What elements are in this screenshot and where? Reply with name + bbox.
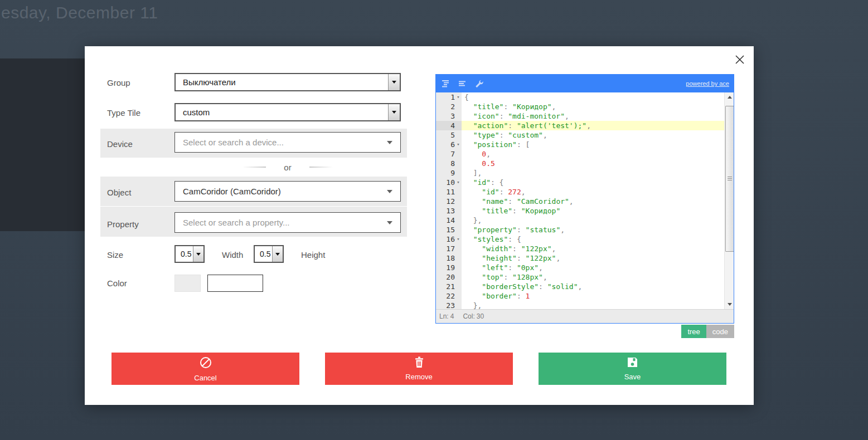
gutter-line-number: 23 bbox=[436, 301, 462, 309]
type-tile-select[interactable]: custom bbox=[174, 103, 401, 121]
compact-icon[interactable] bbox=[457, 79, 467, 89]
device-select-placeholder: Select or search a device... bbox=[175, 138, 387, 147]
scroll-down-icon[interactable] bbox=[725, 300, 734, 309]
type-tile-select-value: custom bbox=[176, 104, 388, 120]
size-width-value: 0.5 bbox=[176, 246, 193, 262]
code-line: "id": 272, bbox=[462, 187, 724, 197]
color-swatch[interactable] bbox=[174, 275, 201, 292]
chevron-down-icon bbox=[387, 221, 392, 224]
property-label: Property bbox=[107, 219, 139, 229]
editor-code[interactable]: { "title": "Коридор", "icon": "mdi-monit… bbox=[462, 92, 724, 309]
cancel-button[interactable]: Cancel bbox=[111, 353, 299, 385]
ban-icon bbox=[199, 356, 212, 371]
object-select[interactable]: CamCoridor (CamCoridor) bbox=[174, 181, 401, 202]
status-col-label: Col: bbox=[463, 312, 474, 320]
editor-statusbar: Ln: 4 Col: 30 bbox=[436, 309, 734, 323]
code-mode-button[interactable]: code bbox=[706, 325, 734, 338]
code-line: }, bbox=[462, 216, 724, 225]
size-height-select[interactable]: 0.5 bbox=[254, 245, 284, 263]
background-date-text: esday, December 11 bbox=[1, 3, 158, 22]
code-line: }, bbox=[462, 301, 724, 309]
code-line: "top": "128px", bbox=[462, 272, 724, 282]
gutter-line-number: 13 bbox=[436, 206, 462, 216]
status-line-value: 4 bbox=[450, 312, 454, 320]
device-select[interactable]: Select or search a device... bbox=[174, 132, 401, 153]
editor-gutter: 1▾23456▾78910▾111213141516▾1718192021222… bbox=[436, 92, 462, 309]
gutter-line-number: 21 bbox=[436, 282, 462, 291]
code-line: "height": "122px", bbox=[462, 253, 724, 263]
scrollbar-thumb[interactable] bbox=[725, 106, 734, 252]
property-select-placeholder: Select or search a property... bbox=[175, 218, 387, 227]
save-button[interactable]: Save bbox=[539, 353, 726, 385]
fold-arrow-icon[interactable]: ▾ bbox=[455, 178, 462, 187]
property-select[interactable]: Select or search a property... bbox=[174, 212, 401, 233]
type-tile-label: Type Tile bbox=[107, 108, 140, 118]
remove-button[interactable]: Remove bbox=[325, 353, 513, 385]
size-width-select[interactable]: 0.5 bbox=[174, 245, 205, 263]
gutter-line-number: 12 bbox=[436, 197, 462, 206]
device-label: Device bbox=[107, 139, 133, 149]
cancel-button-label: Cancel bbox=[194, 374, 216, 382]
code-line: "type": "custom", bbox=[462, 130, 724, 140]
code-line: "left": "0px", bbox=[462, 263, 724, 272]
gutter-line-number: 4 bbox=[436, 121, 462, 130]
remove-button-label: Remove bbox=[405, 373, 432, 381]
gutter-line-number: 20 bbox=[436, 272, 462, 282]
group-select[interactable]: Выключатели bbox=[174, 73, 401, 91]
gutter-line-number: 8 bbox=[436, 159, 462, 168]
width-label: Width bbox=[222, 250, 243, 260]
gutter-line-number: 1▾ bbox=[436, 92, 462, 102]
scrollbar-grip-icon bbox=[728, 177, 732, 181]
size-height-value: 0.5 bbox=[255, 246, 272, 262]
tree-mode-button[interactable]: tree bbox=[681, 325, 706, 338]
gutter-line-number: 22 bbox=[436, 291, 462, 301]
gutter-line-number: 10▾ bbox=[436, 178, 462, 187]
code-line: "id": { bbox=[462, 178, 724, 187]
gutter-line-number: 11 bbox=[436, 187, 462, 197]
save-button-label: Save bbox=[624, 373, 641, 381]
gutter-line-number: 17 bbox=[436, 244, 462, 253]
color-input[interactable] bbox=[207, 275, 263, 292]
trash-icon bbox=[414, 356, 424, 370]
code-line: "title": "Коридор" bbox=[462, 206, 724, 216]
fold-arrow-icon[interactable]: ▾ bbox=[455, 234, 462, 244]
code-line: "width": "122px", bbox=[462, 244, 724, 253]
repair-wrench-icon[interactable] bbox=[474, 79, 484, 89]
editor-mode-switch: tree code bbox=[435, 325, 734, 338]
format-icon[interactable] bbox=[440, 79, 450, 89]
editor-scrollbar[interactable] bbox=[724, 92, 734, 309]
gutter-line-number: 6▾ bbox=[436, 140, 462, 149]
chevron-down-icon bbox=[387, 141, 392, 144]
gutter-line-number: 2 bbox=[436, 102, 462, 111]
editor-body[interactable]: 1▾23456▾78910▾111213141516▾1718192021222… bbox=[436, 92, 734, 309]
gutter-line-number: 5 bbox=[436, 130, 462, 140]
size-width-arrow-icon[interactable] bbox=[193, 246, 203, 262]
code-line: 0.5 bbox=[462, 159, 724, 168]
json-editor: powered by ace 1▾23456▾78910▾11121314151… bbox=[435, 74, 734, 324]
scroll-up-icon[interactable] bbox=[725, 92, 734, 102]
gutter-line-number: 18 bbox=[436, 253, 462, 263]
fold-arrow-icon[interactable]: ▾ bbox=[455, 92, 462, 102]
or-divider-text: or bbox=[284, 163, 291, 172]
close-icon[interactable] bbox=[731, 51, 748, 68]
group-select-value: Выключатели bbox=[176, 74, 388, 90]
size-height-arrow-icon[interactable] bbox=[272, 246, 283, 262]
code-line: "icon": "mdi-monitor", bbox=[462, 111, 724, 121]
gutter-line-number: 9 bbox=[436, 168, 462, 178]
editor-toolbar: powered by ace bbox=[436, 75, 734, 92]
code-line: "name": "CamCoridor", bbox=[462, 197, 724, 206]
fold-arrow-icon[interactable]: ▾ bbox=[455, 140, 462, 149]
object-select-value: CamCoridor (CamCoridor) bbox=[175, 187, 387, 196]
code-line: { bbox=[462, 92, 724, 102]
type-tile-select-arrow-icon[interactable] bbox=[388, 104, 400, 120]
gutter-line-number: 14 bbox=[436, 216, 462, 225]
status-line-label: Ln: bbox=[439, 312, 449, 320]
group-select-arrow-icon[interactable] bbox=[388, 74, 400, 90]
powered-by-ace-link[interactable]: powered by ace bbox=[686, 80, 729, 87]
gutter-line-number: 16▾ bbox=[436, 234, 462, 244]
code-line: ], bbox=[462, 168, 724, 178]
divider-line bbox=[309, 167, 333, 168]
status-col-value: 30 bbox=[477, 312, 484, 320]
save-floppy-icon bbox=[627, 356, 638, 370]
tile-settings-dialog: Group Выключатели Type Tile custom Devic… bbox=[85, 46, 754, 405]
